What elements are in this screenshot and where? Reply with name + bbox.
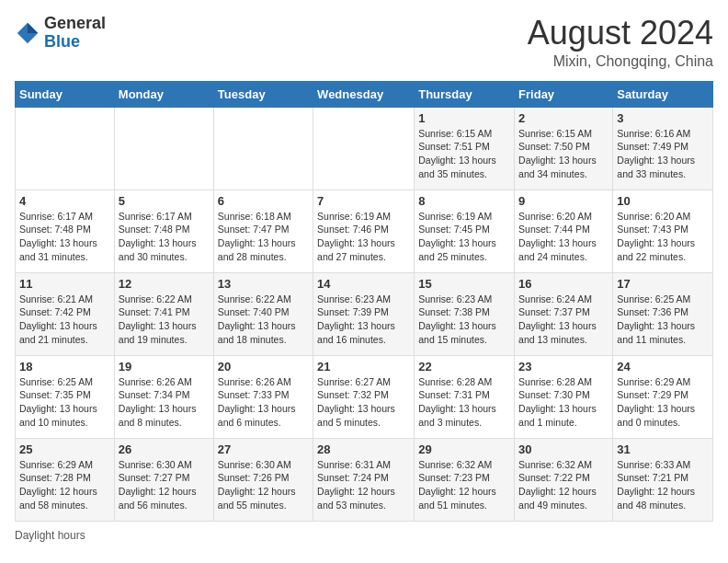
day-number: 1 <box>418 111 510 125</box>
daylight-label: Daylight hours <box>15 529 85 542</box>
legend: Daylight hours <box>15 529 713 542</box>
day-info: Sunrise: 6:31 AMSunset: 7:24 PMDaylight:… <box>317 458 410 512</box>
day-info: Sunrise: 6:22 AMSunset: 7:41 PMDaylight:… <box>119 293 210 347</box>
day-info: Sunrise: 6:33 AMSunset: 7:21 PMDaylight:… <box>617 458 709 512</box>
calendar-cell: 30Sunrise: 6:32 AMSunset: 7:22 PMDayligh… <box>515 438 613 521</box>
day-info: Sunrise: 6:25 AMSunset: 7:35 PMDaylight:… <box>19 375 110 430</box>
day-number: 16 <box>518 277 609 291</box>
day-number: 5 <box>119 194 210 208</box>
day-info: Sunrise: 6:19 AMSunset: 7:45 PMDaylight:… <box>418 210 510 264</box>
day-info: Sunrise: 6:15 AMSunset: 7:50 PMDaylight:… <box>518 127 609 181</box>
day-info: Sunrise: 6:20 AMSunset: 7:44 PMDaylight:… <box>518 210 609 264</box>
logo-text: GeneralBlue <box>44 15 106 52</box>
calendar-cell: 2Sunrise: 6:15 AMSunset: 7:50 PMDaylight… <box>515 107 613 190</box>
day-info: Sunrise: 6:32 AMSunset: 7:23 PMDaylight:… <box>418 458 510 512</box>
day-info: Sunrise: 6:24 AMSunset: 7:37 PMDaylight:… <box>518 293 609 347</box>
calendar-cell: 19Sunrise: 6:26 AMSunset: 7:34 PMDayligh… <box>114 355 213 438</box>
day-info: Sunrise: 6:28 AMSunset: 7:31 PMDaylight:… <box>418 375 510 430</box>
day-info: Sunrise: 6:17 AMSunset: 7:48 PMDaylight:… <box>19 210 110 264</box>
day-number: 17 <box>617 277 709 291</box>
day-info: Sunrise: 6:15 AMSunset: 7:51 PMDaylight:… <box>418 127 510 181</box>
calendar-cell: 3Sunrise: 6:16 AMSunset: 7:49 PMDaylight… <box>613 107 713 190</box>
calendar-cell: 20Sunrise: 6:26 AMSunset: 7:33 PMDayligh… <box>213 355 313 438</box>
day-number: 7 <box>317 194 410 208</box>
calendar-cell: 26Sunrise: 6:30 AMSunset: 7:27 PMDayligh… <box>114 438 213 521</box>
calendar-table: SundayMondayTuesdayWednesdayThursdayFrid… <box>15 81 713 522</box>
day-info: Sunrise: 6:16 AMSunset: 7:49 PMDaylight:… <box>617 127 709 181</box>
day-info: Sunrise: 6:32 AMSunset: 7:22 PMDaylight:… <box>518 458 609 512</box>
day-number: 6 <box>218 194 309 208</box>
logo-icon <box>15 20 40 46</box>
day-number: 8 <box>418 194 510 208</box>
calendar-cell: 16Sunrise: 6:24 AMSunset: 7:37 PMDayligh… <box>515 272 613 355</box>
day-number: 10 <box>617 194 709 208</box>
weekday-header: Thursday <box>415 81 515 107</box>
calendar-cell: 17Sunrise: 6:25 AMSunset: 7:36 PMDayligh… <box>613 272 713 355</box>
calendar-cell <box>16 107 115 190</box>
day-number: 15 <box>418 277 510 291</box>
weekday-header: Friday <box>515 81 613 107</box>
day-info: Sunrise: 6:30 AMSunset: 7:26 PMDaylight:… <box>218 458 309 512</box>
day-number: 21 <box>317 360 410 373</box>
calendar-cell: 31Sunrise: 6:33 AMSunset: 7:21 PMDayligh… <box>613 438 713 521</box>
calendar-cell: 10Sunrise: 6:20 AMSunset: 7:43 PMDayligh… <box>613 190 713 272</box>
calendar-cell: 28Sunrise: 6:31 AMSunset: 7:24 PMDayligh… <box>313 438 415 521</box>
weekday-header: Sunday <box>16 81 115 107</box>
calendar-cell: 8Sunrise: 6:19 AMSunset: 7:45 PMDaylight… <box>415 190 515 272</box>
calendar-cell <box>213 107 313 190</box>
day-number: 31 <box>617 442 709 456</box>
day-number: 13 <box>218 277 309 291</box>
day-number: 18 <box>19 360 110 373</box>
day-number: 14 <box>317 277 410 291</box>
calendar-cell: 21Sunrise: 6:27 AMSunset: 7:32 PMDayligh… <box>313 355 415 438</box>
calendar-cell: 1Sunrise: 6:15 AMSunset: 7:51 PMDaylight… <box>415 107 515 190</box>
day-info: Sunrise: 6:29 AMSunset: 7:28 PMDaylight:… <box>19 458 110 512</box>
calendar-cell: 14Sunrise: 6:23 AMSunset: 7:39 PMDayligh… <box>313 272 415 355</box>
calendar-cell: 6Sunrise: 6:18 AMSunset: 7:47 PMDaylight… <box>213 190 313 272</box>
calendar-cell: 13Sunrise: 6:22 AMSunset: 7:40 PMDayligh… <box>213 272 313 355</box>
weekday-header: Wednesday <box>313 81 415 107</box>
calendar-cell: 9Sunrise: 6:20 AMSunset: 7:44 PMDaylight… <box>515 190 613 272</box>
day-number: 30 <box>518 442 609 456</box>
calendar-cell: 25Sunrise: 6:29 AMSunset: 7:28 PMDayligh… <box>16 438 115 521</box>
day-info: Sunrise: 6:23 AMSunset: 7:39 PMDaylight:… <box>317 293 410 347</box>
calendar-cell: 23Sunrise: 6:28 AMSunset: 7:30 PMDayligh… <box>515 355 613 438</box>
day-number: 4 <box>19 194 110 208</box>
day-number: 12 <box>119 277 210 291</box>
svg-marker-1 <box>28 23 38 33</box>
day-number: 28 <box>317 442 410 456</box>
calendar-cell: 12Sunrise: 6:22 AMSunset: 7:41 PMDayligh… <box>114 272 213 355</box>
title-block: August 2024 Mixin, Chongqing, China <box>528 15 713 70</box>
calendar-cell <box>313 107 415 190</box>
day-number: 25 <box>19 442 110 456</box>
day-info: Sunrise: 6:21 AMSunset: 7:42 PMDaylight:… <box>19 293 110 347</box>
calendar-cell <box>114 107 213 190</box>
calendar-cell: 27Sunrise: 6:30 AMSunset: 7:26 PMDayligh… <box>213 438 313 521</box>
page-header: GeneralBlue August 2024 Mixin, Chongqing… <box>15 15 713 70</box>
day-info: Sunrise: 6:26 AMSunset: 7:33 PMDaylight:… <box>218 375 309 430</box>
calendar-cell: 18Sunrise: 6:25 AMSunset: 7:35 PMDayligh… <box>16 355 115 438</box>
calendar-week-row: 11Sunrise: 6:21 AMSunset: 7:42 PMDayligh… <box>16 272 713 355</box>
weekday-header: Tuesday <box>213 81 313 107</box>
day-number: 19 <box>119 360 210 373</box>
day-info: Sunrise: 6:29 AMSunset: 7:29 PMDaylight:… <box>617 375 709 430</box>
day-info: Sunrise: 6:26 AMSunset: 7:34 PMDaylight:… <box>119 375 210 430</box>
day-number: 23 <box>518 360 609 373</box>
day-number: 3 <box>617 111 709 125</box>
calendar-week-row: 18Sunrise: 6:25 AMSunset: 7:35 PMDayligh… <box>16 355 713 438</box>
day-info: Sunrise: 6:18 AMSunset: 7:47 PMDaylight:… <box>218 210 309 264</box>
day-info: Sunrise: 6:22 AMSunset: 7:40 PMDaylight:… <box>218 293 309 347</box>
day-info: Sunrise: 6:25 AMSunset: 7:36 PMDaylight:… <box>617 293 709 347</box>
logo: GeneralBlue <box>15 15 106 52</box>
day-number: 20 <box>218 360 309 373</box>
calendar-cell: 7Sunrise: 6:19 AMSunset: 7:46 PMDaylight… <box>313 190 415 272</box>
calendar-cell: 4Sunrise: 6:17 AMSunset: 7:48 PMDaylight… <box>16 190 115 272</box>
calendar-week-row: 4Sunrise: 6:17 AMSunset: 7:48 PMDaylight… <box>16 190 713 272</box>
day-info: Sunrise: 6:17 AMSunset: 7:48 PMDaylight:… <box>119 210 210 264</box>
weekday-header: Monday <box>114 81 213 107</box>
day-number: 24 <box>617 360 709 373</box>
calendar-week-row: 1Sunrise: 6:15 AMSunset: 7:51 PMDaylight… <box>16 107 713 190</box>
calendar-week-row: 25Sunrise: 6:29 AMSunset: 7:28 PMDayligh… <box>16 438 713 521</box>
day-number: 11 <box>19 277 110 291</box>
weekday-header-row: SundayMondayTuesdayWednesdayThursdayFrid… <box>16 81 713 107</box>
